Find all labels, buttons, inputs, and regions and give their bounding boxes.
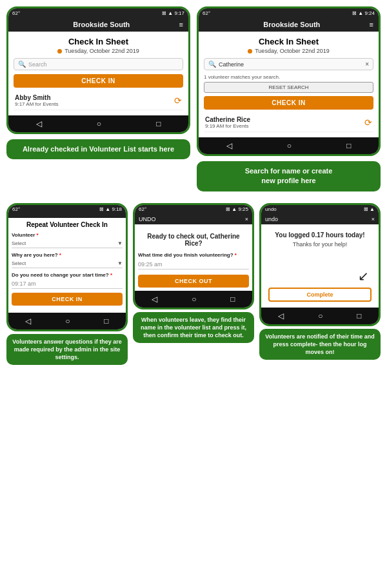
search-placeholder-1: Search (28, 61, 179, 68)
bottom-label-text-3: Volunteers are notified of their time an… (265, 333, 374, 355)
phone-3: 62° ⊠ ▲ 9:18 Repeat Volunteer Check In V… (6, 203, 128, 331)
search-value-2[interactable]: Catherine (219, 61, 365, 68)
nav-square-4[interactable]: □ (230, 295, 235, 304)
search-clear-2[interactable]: × (365, 61, 369, 68)
status-time-4: ⊠ ▲ 9:25 (226, 206, 248, 212)
phone-nav-1: ◁ ○ □ (8, 115, 188, 132)
search-match-text: 1 volunteer matches your search. (204, 74, 373, 80)
undo-close-5[interactable]: × (372, 216, 375, 222)
chevron-down-icon-reason: ▼ (117, 260, 123, 266)
nav-square-1[interactable]: □ (156, 119, 161, 128)
logged-sub-5: Thanks for your help! (264, 240, 375, 249)
search-icon-2: 🔍 (208, 61, 216, 68)
status-icons-2: ⊠ ▲ 9:24 (352, 10, 375, 16)
phone-5: undo ⊠ ▲ undo × You logged 0.17 hours to… (259, 203, 381, 326)
phone-header-2: Brookside South ≡ (199, 17, 379, 32)
reason-label-3: Why are you here? * (12, 252, 123, 258)
chevron-down-icon-vol: ▼ (117, 240, 123, 246)
status-bar-2: 62° ⊠ ▲ 9:24 (199, 8, 379, 17)
bottom-label-1: Volunteers answer questions if they are … (6, 334, 128, 365)
phone-nav-2: ◁ ○ □ (199, 137, 379, 154)
header-title-2: Brookside South (214, 21, 370, 28)
check-in-btn-3[interactable]: CHECK IN (12, 293, 123, 306)
sheet-date-2: Tuesday, October 22nd 2019 (204, 48, 373, 54)
nav-home-1[interactable]: ○ (97, 119, 101, 128)
status-signal-4: 62° (139, 206, 146, 212)
nav-home-2[interactable]: ○ (287, 141, 292, 150)
volunteer-icon-2[interactable]: ⟳ (364, 117, 372, 128)
status-signal-3: 62° (12, 206, 20, 212)
nav-home-4[interactable]: ○ (192, 295, 196, 304)
logged-title-5: You logged 0.17 hours today! (264, 228, 375, 240)
complete-btn-5[interactable]: Complete (268, 288, 372, 302)
menu-icon-1[interactable]: ≡ (179, 21, 183, 28)
checkout-question-4: Ready to check out, Catherine Rice? (138, 228, 249, 252)
status-icons-symbols-2: ⊠ ▲ 9:24 (352, 10, 375, 16)
check-in-btn-2[interactable]: CHECK IN (204, 96, 373, 110)
check-in-btn-1[interactable]: CHECK IN (14, 74, 183, 88)
nav-square-2[interactable]: □ (346, 141, 351, 150)
phone-4: 62° ⊠ ▲ 9:25 UNDO × Ready to check out, … (133, 203, 254, 309)
undo-bar-5: undo × (261, 214, 379, 224)
volunteer-time-2: 9:19 AM for Events (205, 123, 250, 129)
search-bar-1[interactable]: 🔍 Search (14, 58, 183, 70)
date-text-1: Tuesday, October 22nd 2019 (64, 48, 139, 54)
label-text-2: Search for name or createnew profile her… (245, 167, 333, 184)
status-bar-3: 62° ⊠ ▲ 9:18 (8, 205, 126, 214)
search-icon-1: 🔍 (18, 61, 26, 68)
undo-label-4[interactable]: UNDO (139, 216, 156, 222)
search-bar-2[interactable]: 🔍 Catherine × (204, 58, 373, 70)
nav-home-3[interactable]: ○ (65, 317, 70, 326)
required-star-vol: * (37, 232, 39, 238)
undo-bar-4: UNDO × (135, 214, 252, 224)
phone-header-1: Brookside South ≡ (8, 17, 188, 32)
status-bar-1: 62° ⊠ ▲ 9:17 (8, 8, 188, 17)
sheet-date-1: Tuesday, October 22nd 2019 (14, 48, 183, 54)
volunteer-info-2: Catherine Rice 9:19 AM for Events (205, 116, 250, 129)
reset-search-btn[interactable]: RESET SEARCH (204, 82, 373, 93)
status-time-5: ⊠ ▲ (364, 206, 375, 212)
date-text-2: Tuesday, October 22nd 2019 (255, 48, 330, 54)
check-out-btn-4[interactable]: CHECK OUT (138, 275, 249, 288)
reason-select-3[interactable]: Select ▼ (12, 259, 123, 268)
nav-back-1[interactable]: ◁ (36, 119, 42, 128)
status-bar-4: 62° ⊠ ▲ 9:25 (135, 205, 252, 214)
required-star-time: * (110, 272, 112, 278)
phone-body-3: Repeat Volunteer Check In Volunteer * Se… (8, 218, 126, 313)
volunteer-select-3[interactable]: Select ▼ (12, 239, 123, 248)
nav-back-3[interactable]: ◁ (25, 317, 31, 326)
undo-close-4[interactable]: × (245, 216, 248, 222)
nav-back-4[interactable]: ◁ (152, 295, 157, 304)
phone-body-1: Check In Sheet Tuesday, October 22nd 201… (8, 32, 188, 115)
phone-1: 62° ⊠ ▲ 9:17 Brookside South ≡ Check In … (6, 6, 190, 134)
status-time-3: ⊠ ▲ 9:18 (99, 206, 122, 212)
required-star-reason: * (59, 252, 61, 258)
phone-nav-5: ◁ ○ □ (261, 308, 379, 324)
phone-body-4: Ready to check out, Catherine Rice? What… (135, 224, 252, 291)
volunteer-item-2: Catherine Rice 9:19 AM for Events ⟳ (204, 113, 373, 132)
phone-body-2: Check In Sheet Tuesday, October 22nd 201… (199, 32, 379, 137)
start-time-value-3[interactable]: 09:17 am (12, 279, 123, 289)
nav-square-5[interactable]: □ (357, 311, 361, 320)
volunteer-label-3: Volunteer * (12, 232, 123, 238)
label-box-2: Search for name or createnew profile her… (197, 161, 381, 191)
header-title-1: Brookside South (24, 21, 179, 28)
status-icons-symbols: ⊠ ▲ 9:17 (162, 10, 184, 16)
phone-body-5: You logged 0.17 hours today! Thanks for … (261, 224, 379, 308)
nav-square-3[interactable]: □ (104, 317, 108, 326)
bottom-label-3: Volunteers are notified of their time an… (259, 329, 381, 360)
menu-icon-2[interactable]: ≡ (370, 21, 373, 28)
status-signal-5: undo (265, 206, 277, 212)
volunteer-icon-1[interactable]: ⟳ (174, 95, 182, 106)
nav-back-5[interactable]: ◁ (278, 311, 284, 320)
volunteer-time-1: 9:17 AM for Events (15, 101, 59, 107)
undo-label-5[interactable]: undo (265, 216, 278, 222)
status-bar-5: undo ⊠ ▲ (261, 205, 379, 214)
checkout-time-4[interactable]: 09:25 am (138, 260, 249, 270)
phone-2: 62° ⊠ ▲ 9:24 Brookside South ≡ Check In … (197, 6, 381, 156)
bottom-label-text-1: Volunteers answer questions if they are … (12, 338, 121, 360)
nav-back-2[interactable]: ◁ (226, 141, 232, 150)
status-icons-1: ⊠ ▲ 9:17 (162, 10, 184, 16)
nav-home-5[interactable]: ○ (318, 311, 322, 320)
volunteer-info-1: Abby Smith 9:17 AM for Events (15, 94, 59, 107)
